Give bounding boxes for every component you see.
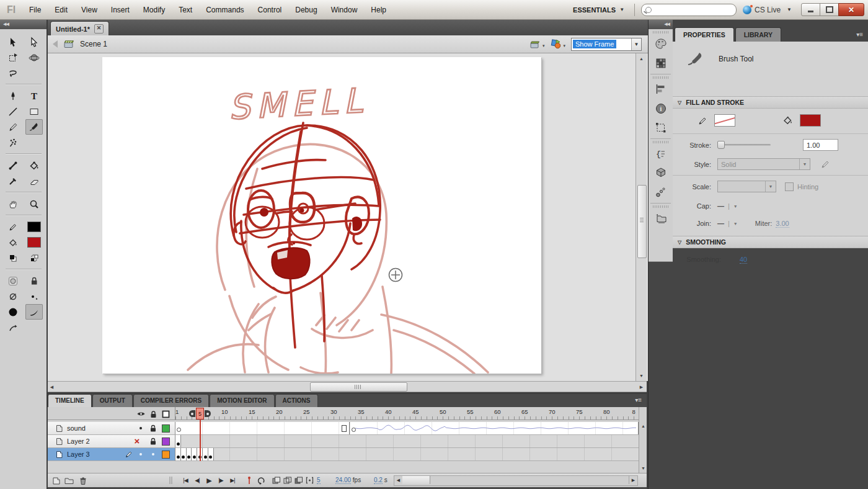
lasso-tool-button[interactable] — [4, 65, 22, 81]
panel-menu-icon[interactable]: ▾≡ — [635, 397, 642, 403]
layer-locked-icon[interactable] — [148, 423, 158, 433]
rectangle-tool-button[interactable] — [25, 104, 43, 119]
step-forward-button[interactable]: |▶ — [215, 475, 226, 485]
join-selector[interactable]: —|▼ — [717, 220, 738, 227]
line-tool-button[interactable] — [4, 104, 22, 119]
align-panel-button[interactable] — [649, 79, 673, 99]
brush-size-option[interactable] — [25, 289, 43, 304]
workspace-switcher[interactable]: ESSENTIALS ▼ — [569, 4, 628, 16]
slider-thumb[interactable] — [717, 141, 725, 149]
color-panel-button[interactable] — [649, 34, 673, 53]
scroll-right-icon[interactable]: ▶ — [637, 383, 645, 391]
scale-dropdown[interactable]: ▼ — [717, 181, 776, 192]
free-transform-tool-button[interactable] — [4, 50, 22, 65]
play-button[interactable]: ▶ — [203, 475, 215, 485]
layer-color-swatch[interactable] — [161, 423, 170, 433]
brush-tool-button[interactable] — [25, 119, 43, 135]
hand-tool-button[interactable] — [4, 196, 22, 212]
scroll-left-icon[interactable]: ◀ — [48, 383, 56, 391]
layer-unlocked-dot[interactable] — [148, 449, 158, 459]
sound-layer-frames[interactable] — [175, 422, 639, 435]
layer-color-swatch[interactable] — [161, 449, 170, 459]
zoom-level-combo[interactable]: Show Frame ▼ — [571, 38, 642, 51]
modify-markers-button[interactable] — [304, 475, 315, 485]
scroll-up-icon[interactable]: ▲ — [637, 55, 645, 63]
new-layer-button[interactable] — [50, 475, 61, 485]
menu-item-text[interactable]: Text — [172, 6, 199, 14]
edit-multiple-frames-button[interactable] — [293, 475, 304, 485]
motion-presets-panel-button[interactable] — [649, 182, 673, 202]
close-button[interactable]: ✕ — [838, 3, 864, 16]
document-tab[interactable]: Untitled-1* ✕ — [50, 21, 109, 36]
timeline-tab-timeline[interactable]: TIMELINE — [48, 394, 92, 407]
timeline-tab-motion-editor[interactable]: MOTION EDITOR — [210, 394, 274, 407]
zoom-tool-button[interactable] — [25, 196, 43, 212]
canvas-horizontal-scrollbar[interactable]: ◀ ▶ — [46, 381, 647, 392]
scroll-down-icon[interactable]: ▼ — [637, 372, 645, 380]
edit-stroke-style-icon[interactable] — [820, 159, 831, 169]
brush-size-swatch[interactable] — [4, 304, 22, 320]
vertical-scroll-thumb[interactable] — [637, 185, 647, 258]
fill-color-swatch[interactable] — [800, 114, 821, 127]
pen-tool-button[interactable] — [4, 88, 22, 104]
code-snippets-panel-button[interactable]: { — [649, 144, 673, 163]
playhead[interactable]: 5 — [196, 408, 204, 419]
layer-visible-dot[interactable] — [136, 423, 146, 433]
menu-item-control[interactable]: Control — [251, 6, 289, 14]
brush-shape-swatch[interactable] — [25, 304, 43, 320]
timeline-scroll-thumb[interactable] — [402, 476, 430, 484]
swatches-panel-button[interactable] — [649, 53, 673, 73]
menu-item-insert[interactable]: Insert — [104, 6, 136, 14]
layer-row-layer2[interactable]: Layer 2 × — [46, 435, 639, 448]
3d-rotation-tool-button[interactable] — [25, 50, 43, 65]
edit-symbols-button[interactable]: ▾ — [550, 38, 565, 50]
timeline-tab-compiler-errors[interactable]: COMPILER ERRORS — [133, 394, 209, 407]
canvas-vertical-scrollbar[interactable]: ▲ ▼ — [636, 53, 647, 381]
scroll-up-icon[interactable]: ▲ — [639, 422, 647, 430]
layer-hidden-icon[interactable]: × — [132, 436, 142, 446]
timeline-horizontal-scrollbar[interactable]: ◀ ▶ — [394, 475, 638, 486]
new-folder-button[interactable] — [63, 475, 74, 485]
frame-rate-display[interactable]: 24.00 fps — [335, 477, 361, 483]
restore-button[interactable] — [820, 3, 839, 16]
stroke-slider[interactable] — [717, 144, 771, 146]
tools-panel-header[interactable]: ◀◀ — [0, 19, 46, 29]
smoothing-value[interactable]: 40 — [740, 256, 747, 263]
close-tab-icon[interactable]: ✕ — [94, 24, 104, 34]
menu-item-file[interactable]: File — [22, 6, 48, 14]
miter-value[interactable]: 3.00 — [776, 220, 789, 227]
eyedropper-tool-button[interactable] — [4, 173, 22, 189]
menu-item-commands[interactable]: Commands — [199, 6, 250, 14]
menu-item-debug[interactable]: Debug — [288, 6, 324, 14]
subselection-tool-button[interactable] — [25, 34, 43, 50]
brush-smoothing-option[interactable] — [4, 320, 22, 335]
stroke-color-swatch[interactable] — [25, 219, 43, 235]
layer-locked-icon[interactable] — [148, 436, 158, 446]
horizontal-scroll-thumb[interactable] — [310, 382, 407, 392]
tab-properties[interactable]: PROPERTIES — [675, 27, 734, 42]
scroll-left-icon[interactable]: ◀ — [394, 476, 403, 484]
lock-all-layers-button[interactable] — [148, 409, 158, 419]
dock-collapse-button[interactable]: ◀◀ — [649, 19, 673, 29]
loop-button[interactable] — [255, 475, 266, 485]
swap-colors-button[interactable] — [25, 250, 43, 266]
style-dropdown[interactable]: Solid ▼ — [717, 158, 810, 170]
combo-dropdown-icon[interactable]: ▼ — [631, 38, 641, 50]
layer-row-sound[interactable]: sound — [46, 422, 639, 435]
bone-tool-button[interactable] — [4, 158, 22, 173]
keyframe-cell[interactable] — [203, 448, 208, 460]
hinting-checkbox[interactable] — [785, 182, 794, 191]
tab-library[interactable]: LIBRARY — [735, 27, 781, 42]
stage[interactable]: SMELL — [102, 57, 541, 374]
paint-bucket-tool-button[interactable] — [25, 158, 43, 173]
transform-panel-button[interactable] — [649, 118, 673, 137]
menu-item-edit[interactable]: Edit — [48, 6, 74, 14]
keyframe-cell[interactable] — [187, 448, 192, 460]
text-tool-button[interactable]: T — [25, 88, 43, 104]
selection-tool-button[interactable] — [4, 34, 22, 50]
stroke-value-field[interactable]: 1.00 — [803, 139, 838, 151]
menu-item-window[interactable]: Window — [324, 6, 365, 14]
project-panel-button[interactable] — [649, 209, 673, 228]
default-colors-button[interactable] — [4, 250, 22, 266]
layer-visible-dot[interactable] — [136, 449, 146, 459]
